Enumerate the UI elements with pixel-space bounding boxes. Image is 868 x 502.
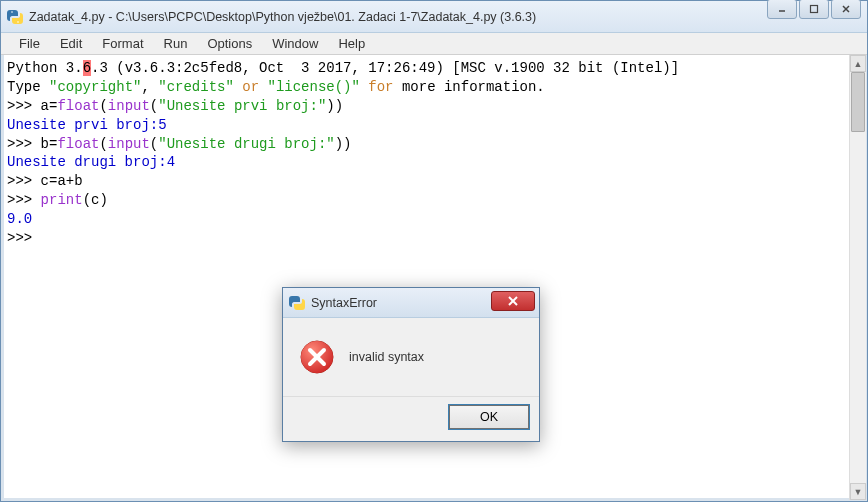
scroll-up-button[interactable]: ▲ (850, 55, 866, 72)
menubar: File Edit Format Run Options Window Help (1, 33, 867, 55)
python-icon (289, 295, 305, 311)
line-2: Type "copyright", "credits" or "license(… (7, 79, 545, 95)
dialog-message: invalid syntax (349, 350, 424, 364)
svg-point-1 (17, 21, 19, 23)
menu-options[interactable]: Options (197, 34, 262, 53)
dialog-buttons: OK (283, 396, 539, 441)
line-3: >>> a=float(input("Unesite prvi broj:")) (7, 98, 343, 114)
scroll-down-button[interactable]: ▼ (850, 483, 866, 500)
menu-help[interactable]: Help (328, 34, 375, 53)
syntax-error-highlight: 6 (83, 60, 91, 76)
ok-button[interactable]: OK (449, 405, 529, 429)
error-icon (299, 339, 335, 375)
vertical-scrollbar[interactable]: ▲ ▼ (849, 55, 866, 500)
dialog-title: SyntaxError (311, 296, 377, 310)
line-8: >>> print(c) (7, 192, 108, 208)
menu-format[interactable]: Format (92, 34, 153, 53)
titlebar[interactable]: Zadatak_4.py - C:\Users\PCPC\Desktop\Pyt… (1, 1, 867, 33)
window-title: Zadatak_4.py - C:\Users\PCPC\Desktop\Pyt… (29, 10, 861, 24)
window-controls (767, 0, 861, 19)
line-6: Unesite drugi broj:4 (7, 154, 175, 170)
dialog-body: invalid syntax (283, 318, 539, 396)
line-9: 9.0 (7, 211, 32, 227)
svg-rect-3 (811, 6, 818, 13)
line-5: >>> b=float(input("Unesite drugi broj:")… (7, 136, 352, 152)
line-4: Unesite prvi broj:5 (7, 117, 167, 133)
minimize-button[interactable] (767, 0, 797, 19)
dialog-titlebar[interactable]: SyntaxError (283, 288, 539, 318)
line-7: >>> c=a+b (7, 173, 83, 189)
menu-run[interactable]: Run (154, 34, 198, 53)
svg-point-0 (11, 11, 13, 13)
python-icon (7, 9, 23, 25)
dialog-close-button[interactable] (491, 291, 535, 311)
line-1: Python 3.6.3 (v3.6.3:2c5fed8, Oct 3 2017… (7, 60, 679, 76)
menu-file[interactable]: File (9, 34, 50, 53)
syntax-error-dialog: SyntaxError invalid syntax OK (282, 287, 540, 442)
menu-window[interactable]: Window (262, 34, 328, 53)
close-icon (507, 296, 519, 306)
line-10: >>> (7, 230, 41, 246)
menu-edit[interactable]: Edit (50, 34, 92, 53)
close-button[interactable] (831, 0, 861, 19)
maximize-button[interactable] (799, 0, 829, 19)
scroll-thumb[interactable] (851, 72, 865, 132)
